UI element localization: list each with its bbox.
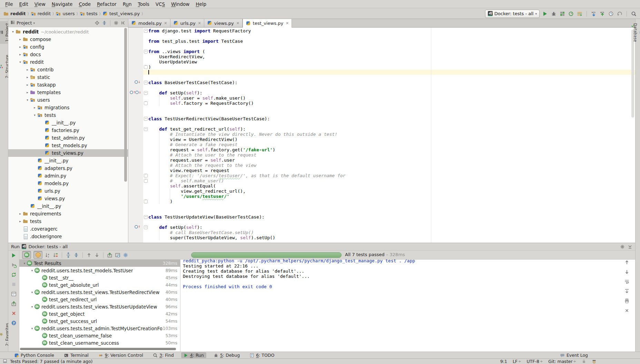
code-line[interactable]: # call BaseUserTestCase.setUp() [148, 230, 635, 235]
toolwindow-terminal[interactable]: Terminal [61, 352, 91, 358]
clear-all-button[interactable] [624, 308, 630, 313]
tree-toggle-icon[interactable]: ▾ [10, 30, 16, 33]
code-line[interactable] [148, 220, 635, 225]
project-tree-item-taskapp[interactable]: ▸taskapp [8, 81, 128, 89]
hide-panel-button[interactable] [121, 20, 126, 26]
status-widget-utf-8[interactable]: UTF-8÷ [526, 359, 543, 364]
toolwindow-toggle-icon[interactable] [3, 359, 7, 363]
project-tree-item-adapters-py[interactable]: adapters.py [8, 164, 128, 172]
fold-marker-icon[interactable]: − [144, 91, 148, 95]
vcs-update-icon[interactable]: VCS [591, 11, 597, 17]
tree-toggle-icon[interactable]: ▸ [18, 53, 23, 56]
code-line[interactable]: view = UserRedirectView() [148, 137, 635, 142]
toolwindow-5-debug[interactable]: 5: Debug [211, 352, 242, 358]
run-with-menu-button[interactable] [577, 11, 582, 17]
breadcrumb-item[interactable]: tests [80, 11, 98, 17]
hector-inspections-icon[interactable] [592, 359, 597, 364]
run-button[interactable] [542, 11, 548, 17]
status-widget-git-master[interactable]: Git: master÷ [548, 359, 576, 364]
code-line[interactable]: ) [148, 64, 635, 70]
print-button[interactable] [624, 298, 630, 304]
rerun-failed-tests-button[interactable] [11, 262, 17, 268]
close-icon[interactable]: ✕ [164, 21, 167, 26]
override-up-icon[interactable]: ↑ [130, 91, 136, 94]
fold-marker-icon[interactable]: − [144, 225, 148, 229]
tree-toggle-icon[interactable]: ▾ [18, 60, 23, 64]
project-tree-item-templates[interactable]: ▸templates [8, 89, 128, 96]
tab-views-py[interactable]: views.py✕ [204, 19, 243, 27]
test-row-Test-Results[interactable]: ▾OKTest Results328ms [19, 260, 180, 267]
override-down-icon[interactable]: ↓ [135, 80, 141, 84]
test-settings-button[interactable] [123, 252, 128, 258]
tree-toggle-icon[interactable]: ▾ [30, 269, 35, 272]
code-line[interactable]: UserUpdateView [148, 59, 635, 64]
code-line[interactable]: ) [148, 199, 635, 204]
close-icon[interactable]: ✕ [236, 21, 239, 26]
code-line[interactable] [148, 106, 635, 111]
local-history-icon[interactable] [608, 11, 614, 17]
project-tree-item-static[interactable]: ▸static [8, 73, 128, 81]
code-line[interactable] [148, 70, 635, 75]
project-tree-item-tests[interactable]: ▾tests [8, 111, 128, 119]
code-line[interactable]: # Expect: '/users/testuser/', as that is… [148, 173, 635, 178]
code-line[interactable]: from django.test import RequestFactory [148, 28, 635, 33]
toggle-auto-test-button[interactable] [11, 272, 17, 277]
breadcrumb-item[interactable]: test_views.py [102, 11, 140, 17]
debug-button[interactable] [551, 11, 557, 17]
code-line[interactable] [148, 209, 635, 214]
hide-panel-button[interactable] [628, 244, 632, 249]
code-line[interactable]: # Instantiate the view directly. Never d… [148, 132, 635, 137]
fold-marker-icon[interactable]: − [144, 81, 148, 84]
toolwindow-python-console[interactable]: Python Console [12, 352, 57, 358]
project-tree-item-factories-py[interactable]: factories.py [8, 127, 128, 134]
tab-models-py[interactable]: models.py✕ [128, 19, 170, 27]
fold-marker-icon[interactable]: ˄ [144, 179, 148, 183]
chevron-down-icon[interactable]: ▾ [33, 21, 35, 25]
project-tree-item-test_admin-py[interactable]: test_admin.py [8, 134, 128, 142]
project-tree-item-admin-py[interactable]: admin.py [8, 172, 128, 180]
fold-marker-icon[interactable]: − [144, 117, 148, 121]
tab-test_views-py[interactable]: test_views.py✕ [243, 19, 292, 28]
code-line[interactable]: self.factory = RequestFactory() [148, 101, 635, 106]
test-row-test_get_absolute_url[interactable]: OKtest_get_absolute_url44ms [19, 281, 180, 289]
tree-toggle-icon[interactable]: ▾ [25, 98, 30, 102]
down-stack-trace-button[interactable] [624, 269, 630, 275]
menu-tools[interactable]: Tools [135, 1, 152, 7]
project-tree-item-docs[interactable]: ▸docs [8, 51, 128, 58]
test-row-test_get_object[interactable]: OKtest_get_object42ms [19, 310, 180, 317]
code-line[interactable]: UserRedirectView, [148, 54, 635, 59]
menu-navigate[interactable]: Navigate [49, 1, 76, 7]
tree-toggle-icon[interactable]: ▾ [30, 305, 35, 309]
sort-by-duration-button[interactable] [53, 252, 58, 258]
soft-wrap-button[interactable] [624, 279, 630, 284]
code-line[interactable]: class TestUserUpdateView(BaseUserTestCas… [148, 214, 635, 220]
code-line[interactable]: view.request = request [148, 168, 635, 173]
project-tree-item-test_views-py[interactable]: test_views.py [8, 149, 128, 157]
project-tree-item-urls-py[interactable]: urls.py [8, 187, 128, 195]
profiler-button[interactable] [568, 11, 574, 17]
show-ignored-toggle[interactable] [33, 251, 42, 259]
sort-alphabetically-button[interactable]: az [45, 252, 50, 258]
project-tree-item-users[interactable]: ▾users [8, 96, 128, 104]
test-row-test_clean_username_success[interactable]: OKtest_clean_username_success50ms [19, 339, 180, 346]
code-line[interactable]: # Generate a fake request [148, 142, 635, 147]
tree-toggle-icon[interactable]: ▾ [30, 291, 35, 294]
settings-icon[interactable] [114, 20, 119, 26]
project-tree-item-reddit[interactable]: ▾reddit ~/cookiecutter/reddit [8, 28, 128, 36]
test-row-test__str__[interactable]: OKtest__str__45ms [19, 274, 180, 281]
tree-toggle-icon[interactable]: ▸ [25, 68, 30, 71]
menu-code[interactable]: Code [76, 1, 94, 7]
stop-button[interactable] [11, 282, 17, 287]
tree-toggle-icon[interactable]: ▸ [25, 91, 30, 94]
rerun-tests-button[interactable] [11, 253, 17, 258]
test-row-test_get_success_url[interactable]: OKtest_get_success_url54ms [19, 317, 180, 325]
tree-toggle-icon[interactable]: ▸ [18, 45, 23, 49]
project-tree-item--coveragerc[interactable]: .coveragerc [8, 225, 128, 233]
tree-toggle-icon[interactable]: ▸ [32, 106, 37, 109]
status-widget-lf[interactable]: LF÷ [513, 359, 521, 364]
menu-window[interactable]: Window [168, 1, 193, 7]
code-line[interactable]: class TestUserRedirectView(BaseUserTestC… [148, 116, 635, 121]
tree-toggle-icon[interactable]: ▾ [22, 262, 27, 265]
code-line[interactable] [148, 33, 635, 39]
menu-help[interactable]: Help [193, 1, 209, 7]
